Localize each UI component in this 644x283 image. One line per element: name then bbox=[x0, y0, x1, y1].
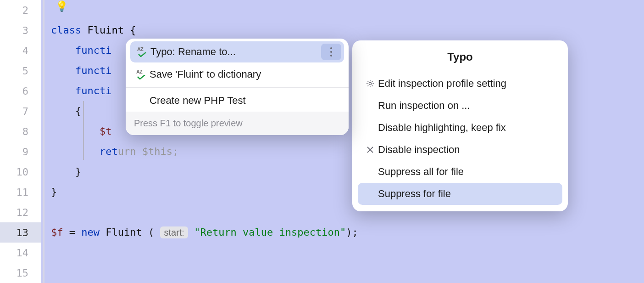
option-label: Suppress all for file bbox=[378, 166, 464, 178]
line-number-current: 13 bbox=[0, 222, 41, 243]
option-disable-inspection[interactable]: Disable inspection bbox=[358, 139, 562, 161]
intention-item-label: Typo: Rename to... bbox=[150, 46, 321, 58]
line-number: 4 bbox=[0, 40, 41, 61]
line-number: 15 bbox=[0, 263, 41, 283]
popup-title: Typo bbox=[358, 47, 562, 73]
code-line: $f = new Fluint ( start: "Return value i… bbox=[43, 222, 644, 243]
line-number: 14 bbox=[0, 243, 41, 263]
line-number: 10 bbox=[0, 162, 41, 182]
keyword: class bbox=[51, 24, 81, 36]
keyword: functi bbox=[51, 85, 111, 96]
svg-point-3 bbox=[369, 82, 371, 85]
intention-bulb-icon[interactable]: 💡 bbox=[56, 0, 68, 17]
code-text: ); bbox=[346, 226, 358, 238]
popup-hint: Press F1 to toggle preview bbox=[126, 112, 349, 135]
close-icon bbox=[362, 146, 378, 153]
option-label: Suppress for file bbox=[378, 188, 451, 200]
line-number: 8 bbox=[0, 121, 41, 142]
gutter-divider bbox=[43, 0, 44, 283]
keyword: functi bbox=[51, 65, 111, 76]
parameter-hint: start: bbox=[160, 226, 188, 238]
spellcheck-icon: AZ bbox=[132, 70, 150, 79]
indent-guide bbox=[83, 101, 84, 160]
variable: $f bbox=[51, 226, 63, 238]
line-number: 11 bbox=[0, 182, 41, 202]
code-text: = bbox=[63, 226, 82, 238]
line-number: 5 bbox=[0, 61, 41, 81]
intention-item-rename[interactable]: AZ Typo: Rename to... bbox=[130, 41, 344, 62]
svg-point-1 bbox=[330, 51, 332, 53]
option-disable-highlighting[interactable]: Disable highlighting, keep fix bbox=[358, 117, 562, 139]
option-run-inspection[interactable]: Run inspection on ... bbox=[358, 95, 562, 117]
keyword: ret bbox=[51, 146, 118, 157]
code-text: urn $this; bbox=[118, 146, 178, 157]
class-decl: Fluint { bbox=[81, 24, 136, 36]
line-number: 12 bbox=[0, 202, 41, 222]
code-line: class Fluint { bbox=[43, 20, 644, 40]
svg-point-2 bbox=[330, 55, 332, 57]
option-label: Disable highlighting, keep fix bbox=[378, 122, 506, 134]
intention-item-label: Create new PHP Test bbox=[150, 95, 342, 107]
option-edit-profile[interactable]: Edit inspection profile setting bbox=[358, 73, 562, 95]
code-line bbox=[43, 263, 644, 283]
variable: $t bbox=[51, 125, 111, 137]
line-number: 7 bbox=[0, 101, 41, 121]
option-label: Edit inspection profile setting bbox=[378, 78, 506, 90]
option-suppress-file[interactable]: Suppress for file bbox=[358, 183, 562, 205]
intention-actions-popup: AZ Typo: Rename to... AZ Save 'Fluint' t… bbox=[126, 39, 349, 135]
intention-item-create-test[interactable]: Create new PHP Test bbox=[126, 90, 349, 112]
code-line bbox=[43, 0, 644, 20]
keyword: functi bbox=[51, 45, 111, 56]
menu-separator bbox=[126, 87, 349, 88]
code-line bbox=[43, 243, 644, 263]
option-label: Disable inspection bbox=[378, 144, 460, 156]
option-suppress-all[interactable]: Suppress all for file bbox=[358, 161, 562, 183]
keyword: new bbox=[81, 226, 100, 238]
line-number: 3 bbox=[0, 20, 41, 40]
line-number: 2 bbox=[0, 0, 41, 20]
line-number: 9 bbox=[0, 142, 41, 162]
line-number: 6 bbox=[0, 81, 41, 101]
code-text: Fluint ( bbox=[100, 226, 160, 238]
svg-point-0 bbox=[330, 47, 332, 49]
intention-item-save-dictionary[interactable]: AZ Save 'Fluint' to dictionary bbox=[126, 63, 349, 85]
string-literal: "Return value inspection" bbox=[188, 226, 346, 238]
spellcheck-icon: AZ bbox=[133, 47, 150, 57]
inspection-options-popup: Typo Edit inspection profile setting Run… bbox=[352, 40, 568, 211]
more-actions-button[interactable] bbox=[321, 44, 341, 60]
gear-icon bbox=[362, 79, 378, 88]
option-label: Run inspection on ... bbox=[378, 100, 470, 112]
line-number-gutter: 2 3 4 5 6 7 8 9 10 11 12 13 14 15 bbox=[0, 0, 41, 283]
intention-item-label: Save 'Fluint' to dictionary bbox=[150, 68, 342, 80]
